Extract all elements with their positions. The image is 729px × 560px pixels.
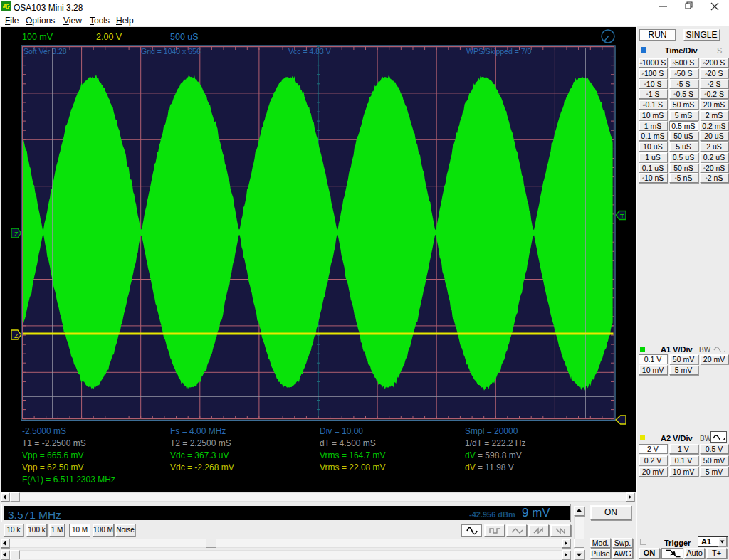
svg-text:Z: Z <box>14 332 19 339</box>
svg-text:T: T <box>620 213 624 220</box>
svg-text:Z: Z <box>14 231 19 238</box>
